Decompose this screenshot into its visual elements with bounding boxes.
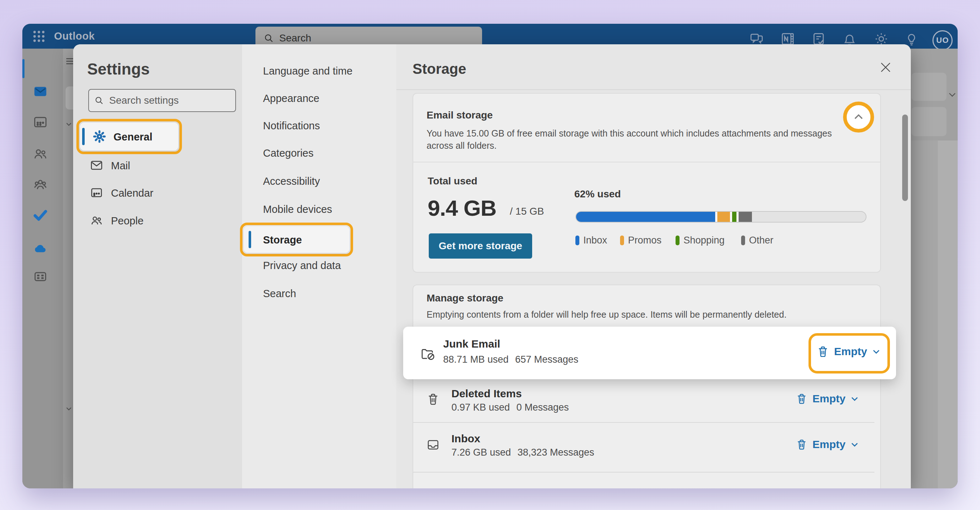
tab-language-and-time[interactable]: Language and time	[263, 65, 352, 77]
tab-mobile-devices[interactable]: Mobile devices	[263, 203, 332, 215]
tab-privacy-and-data[interactable]: Privacy and data	[263, 260, 341, 272]
avatar-initials: UO	[936, 36, 949, 45]
chevron-down-icon	[850, 394, 859, 404]
settings-dialog-title: Settings	[87, 60, 150, 78]
legend-pill-shopping	[676, 235, 679, 245]
bar-segment-inbox	[576, 212, 715, 222]
dimmed-pane	[938, 140, 958, 488]
mail-icon[interactable]	[32, 84, 48, 99]
calendar-icon	[90, 186, 103, 200]
chevron-down-icon[interactable]	[948, 90, 957, 99]
dialog-scrollbar[interactable]	[902, 114, 908, 201]
sidebar-item-label: Calendar	[111, 187, 153, 199]
rail-selection-indicator	[22, 59, 24, 78]
selected-indicator	[248, 231, 251, 248]
junk-folder-icon	[420, 346, 436, 362]
outlook-window: Outlook Search	[22, 24, 958, 488]
mail-envelope-icon	[90, 159, 103, 172]
settings-search-field[interactable]	[88, 89, 236, 112]
tab-label: Storage	[263, 234, 302, 246]
manage-storage-description: Emptying contents from a folder will hel…	[426, 308, 870, 321]
legend-label-inbox: Inbox	[583, 235, 607, 246]
dimmed-card	[912, 107, 947, 136]
chevron-down-icon	[850, 440, 859, 449]
manage-storage-heading: Manage storage	[426, 292, 503, 304]
calendar-icon[interactable]	[32, 114, 48, 130]
legend-label-other: Other	[749, 235, 773, 246]
folder-messages: 657 Messages	[515, 354, 579, 365]
tab-search[interactable]: Search	[263, 288, 296, 300]
header-divider	[396, 89, 911, 90]
selected-indicator	[82, 128, 85, 145]
folder-row-stats: 88.71 MB used 657 Messages	[443, 354, 578, 365]
general-gear-icon	[92, 129, 107, 144]
message-list-strip	[911, 49, 958, 488]
empty-deleted-items-button[interactable]: Empty	[795, 392, 859, 405]
tab-accessibility[interactable]: Accessibility	[263, 175, 320, 187]
search-icon	[263, 33, 274, 44]
capacity-label: / 15 GB	[510, 206, 544, 217]
tab-categories[interactable]: Categories	[263, 147, 313, 159]
folder-row-name: Junk Email	[443, 338, 500, 350]
total-used-label: Total used	[428, 175, 477, 187]
percent-used-label: 62% used	[574, 188, 621, 200]
new-mail-button-sliver	[65, 86, 73, 110]
folder-row-name: Inbox	[452, 432, 480, 445]
people-icon[interactable]	[32, 146, 48, 162]
account-avatar[interactable]: UO	[932, 30, 953, 51]
sidebar-item-general[interactable]: General	[80, 122, 178, 151]
folder-messages: 38,323 Messages	[517, 447, 594, 458]
get-more-storage-button[interactable]: Get more storage	[429, 234, 532, 259]
dimmed-card	[912, 73, 947, 101]
tab-storage[interactable]: Storage	[243, 226, 350, 253]
sidebar-item-label: Mail	[111, 160, 130, 172]
app-rail	[22, 49, 63, 488]
legend-pill-promos	[620, 235, 624, 245]
chevron-down-icon[interactable]	[65, 121, 72, 128]
empty-button-label: Empty	[813, 439, 846, 451]
total-used-value: 9.4 GB	[428, 195, 496, 221]
folder-pane-strip	[63, 49, 73, 488]
legend-label-promos: Promos	[628, 235, 662, 246]
folder-usage: 7.26 GB used	[452, 447, 511, 458]
email-storage-heading: Email storage	[426, 110, 493, 121]
chevron-up-icon	[855, 115, 862, 119]
folder-usage: 0.97 KB used	[452, 402, 510, 413]
collapse-section-button[interactable]	[843, 102, 874, 133]
bar-segment-promos	[718, 212, 730, 222]
folder-row-stats: 0.97 KB used 0 Messages	[452, 402, 569, 413]
desktop-background: Outlook Search	[0, 0, 980, 510]
onedrive-cloud-icon[interactable]	[32, 241, 48, 257]
bar-segment-other	[738, 212, 752, 222]
people-icon	[90, 214, 103, 227]
chevron-down-icon[interactable]	[65, 405, 72, 412]
todo-check-icon[interactable]	[32, 207, 48, 223]
tutorial-highlight-empty-button	[808, 333, 890, 373]
apps-grid-icon[interactable]	[32, 269, 48, 284]
folder-row-name: Deleted Items	[452, 388, 522, 400]
page-title: Storage	[412, 61, 466, 77]
search-icon	[94, 95, 104, 105]
sidebar-item-label: General	[113, 131, 153, 143]
settings-search-input[interactable]	[108, 94, 230, 106]
sidebar-item-label: People	[111, 215, 143, 227]
empty-inbox-button[interactable]: Empty	[795, 438, 859, 451]
trash-icon	[795, 392, 808, 405]
legend-pill-other	[741, 235, 745, 245]
row-divider	[412, 472, 875, 473]
close-icon[interactable]	[878, 60, 893, 75]
section-divider	[412, 162, 881, 162]
bar-segment-shopping	[732, 212, 737, 222]
legend-pill-inbox	[575, 235, 579, 245]
row-divider	[412, 422, 875, 423]
groups-icon[interactable]	[32, 177, 48, 193]
empty-button-label: Empty	[813, 392, 846, 405]
tab-appearance[interactable]: Appearance	[263, 92, 319, 105]
storage-usage-bar	[575, 211, 867, 222]
app-launcher-waffle-icon[interactable]	[32, 29, 46, 44]
folder-row-stats: 7.26 GB used 38,323 Messages	[452, 447, 594, 458]
inbox-icon	[426, 438, 440, 452]
legend-label-shopping: Shopping	[684, 235, 725, 246]
email-storage-description: You have 15.00 GB of free email storage …	[426, 127, 846, 152]
tab-notifications[interactable]: Notifications	[263, 120, 320, 132]
